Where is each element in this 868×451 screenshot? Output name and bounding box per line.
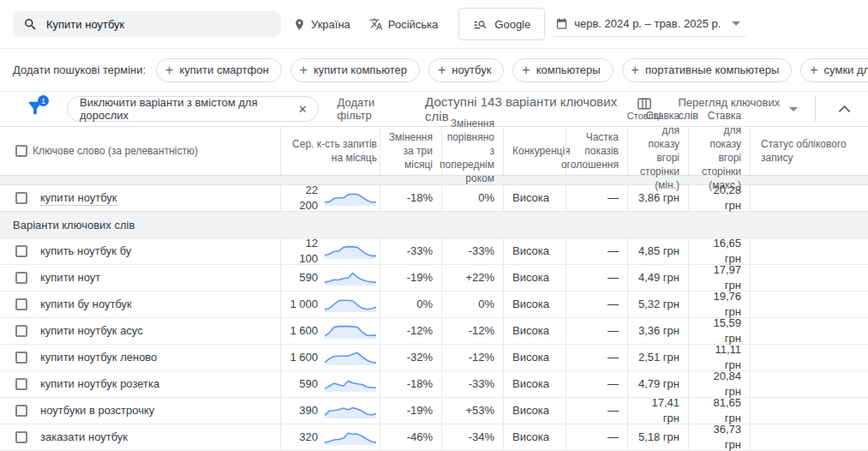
column-header[interactable]: Ставка для показу вгорі сторінки (макс.) <box>688 127 750 175</box>
column-header[interactable]: Частка показів оголошення <box>566 127 627 175</box>
cell-value: 3,86 грн <box>638 190 679 206</box>
account-status-cell <box>750 371 868 397</box>
row-checkbox[interactable] <box>15 405 27 417</box>
top-of-page-bid-high-cell: 20,28 грн <box>688 185 750 211</box>
keyword-text[interactable]: купити ноутбук леново <box>40 350 157 365</box>
add-search-term-chip[interactable]: +купити смартфон <box>156 58 281 82</box>
keyword-text[interactable]: ноутбуки в розстрочку <box>40 403 154 418</box>
select-all-checkbox[interactable] <box>15 145 27 157</box>
yoy-change-cell: -34% <box>441 424 503 450</box>
keyword-cell[interactable]: купити ноутбук леново <box>0 345 280 370</box>
cell-value: 20,84 грн <box>697 369 741 399</box>
column-header[interactable]: Змінення порівняно з попереднім роком <box>441 127 503 175</box>
keyword-cell[interactable]: ноутбуки в розстрочку <box>0 398 280 424</box>
column-header-label: Ставка для показу вгорі сторінки (мін.) <box>637 109 679 192</box>
search-icon <box>23 17 38 32</box>
top-of-page-bid-low-cell: 5,32 грн <box>627 292 688 317</box>
column-header[interactable]: Конкуренція <box>503 127 566 175</box>
cell-value: — <box>608 323 619 339</box>
add-search-term-chip[interactable]: +купити компьютер <box>290 58 420 82</box>
cell-value: +22% <box>465 270 494 286</box>
keyword-text[interactable]: купити ноут <box>40 270 100 286</box>
column-header-label: Статус облікового запису <box>761 137 859 165</box>
table-row: купити ноутбук асус1 600-12%-12%Висока—3… <box>0 318 868 345</box>
keyword-cell[interactable]: купити ноут <box>0 265 280 291</box>
table-row: купити ноутбук22 200-18%0%Висока—3,86 гр… <box>0 185 868 212</box>
network-label: Google <box>494 18 530 31</box>
chip-label: компьютеры <box>536 63 601 76</box>
filter-count-badge: 1 <box>38 95 49 106</box>
row-checkbox[interactable] <box>15 272 27 284</box>
top-of-page-bid-high-cell: 15,59 грн <box>688 318 750 344</box>
row-checkbox[interactable] <box>15 325 27 337</box>
language-selector[interactable]: Російська <box>369 17 438 31</box>
column-header[interactable]: Змінення за три місяці <box>380 127 441 175</box>
search-terms-bar: Додати пошукові терміни: +купити смартфо… <box>0 49 868 92</box>
close-icon[interactable]: ✕ <box>298 103 308 116</box>
search-input[interactable]: Купити ноутбук <box>13 11 281 37</box>
three-month-change-cell: -46% <box>380 424 441 450</box>
yoy-change-cell: -33% <box>441 238 503 264</box>
cell-value: 36,73 грн <box>697 422 741 451</box>
keyword-cell[interactable]: купити бу ноутбук <box>0 292 280 317</box>
cell-value: Висока <box>512 350 549 365</box>
row-checkbox[interactable] <box>15 192 27 204</box>
cell-value: -18% <box>407 190 433 206</box>
account-status-cell <box>750 424 868 450</box>
keyword-cell[interactable]: заказати ноутбук <box>0 424 280 450</box>
chevron-up-icon <box>838 105 851 113</box>
cell-value: 4,49 грн <box>638 270 679 286</box>
row-checkbox[interactable] <box>15 245 27 257</box>
cell-value: 17,41 грн <box>637 395 679 425</box>
three-month-change-cell: -18% <box>380 185 441 211</box>
filter-button[interactable]: 1 <box>26 99 46 119</box>
active-filter-chip[interactable]: Виключити варіанти з вмістом для доросли… <box>67 96 319 122</box>
row-checkbox[interactable] <box>15 298 27 310</box>
columns-icon <box>638 98 651 110</box>
keyword-cell[interactable]: купити ноутбук <box>0 185 280 211</box>
column-header[interactable]: Сер. к-сть запитів на місяць <box>280 127 380 175</box>
table-row: заказати ноутбук320-46%-34%Висока—5,18 г… <box>0 424 868 451</box>
keyword-text[interactable]: купить ноутбук бу <box>40 244 131 259</box>
row-checkbox[interactable] <box>15 352 27 364</box>
location-selector[interactable]: Україна <box>293 18 350 31</box>
keyword-text[interactable]: купити бу ноутбук <box>40 297 132 312</box>
keyword-cell[interactable]: купити ноутбук асус <box>0 318 280 344</box>
avg-searches-value: 12 100 <box>290 236 318 266</box>
keyword-text[interactable]: заказати ноутбук <box>40 430 128 445</box>
avg-searches-value: 590 <box>299 376 318 392</box>
date-range-label: черв. 2024 р. – трав. 2025 р. <box>574 17 721 30</box>
search-terms-label: Додати пошукові терміни: <box>13 63 146 76</box>
row-checkbox[interactable] <box>15 431 27 443</box>
keyword-cell[interactable]: купить ноутбук бу <box>0 238 280 264</box>
column-header[interactable]: Статус облікового запису <box>750 127 868 175</box>
account-status-cell <box>750 345 868 370</box>
add-search-term-chip[interactable]: +компьютеры <box>512 58 613 82</box>
cell-value: — <box>608 297 619 312</box>
yoy-change-cell: 0% <box>441 185 503 211</box>
top-of-page-bid-low-cell: 3,86 грн <box>627 185 688 211</box>
keyword-text[interactable]: купити ноутбук <box>40 190 117 207</box>
cell-value: Висока <box>512 297 549 312</box>
account-status-cell <box>750 265 868 291</box>
row-checkbox[interactable] <box>15 378 27 390</box>
column-header[interactable]: Ставка для показу вгорі сторінки (мін.) <box>627 127 688 175</box>
account-status-cell <box>750 238 868 264</box>
add-search-term-chip[interactable]: +портативные компьютеры <box>622 58 793 82</box>
three-month-change-cell: -18% <box>380 371 441 397</box>
add-search-term-chip[interactable]: +сумки для ноутбуков <box>800 58 868 82</box>
cell-value: Висока <box>512 190 549 206</box>
keyword-text[interactable]: купити ноутбук асус <box>40 323 143 339</box>
ad-impression-share-cell: — <box>566 424 627 450</box>
add-search-term-chip[interactable]: +ноутбук <box>428 58 504 82</box>
network-selector[interactable]: Google <box>458 8 545 40</box>
keyword-text[interactable]: купити ноутбук розетка <box>40 376 159 392</box>
cell-value: 4,85 грн <box>638 244 679 259</box>
column-header[interactable]: Ключове слово (за релевантністю) <box>0 127 280 175</box>
add-filter-button[interactable]: Додати фільтр <box>338 96 407 122</box>
date-range-selector[interactable]: черв. 2024 р. – трав. 2025 р. <box>554 11 745 37</box>
cell-value: — <box>608 376 619 392</box>
collapse-panel-button[interactable] <box>833 101 856 117</box>
cell-value: 20,28 грн <box>697 183 741 213</box>
keyword-cell[interactable]: купити ноутбук розетка <box>0 371 280 397</box>
